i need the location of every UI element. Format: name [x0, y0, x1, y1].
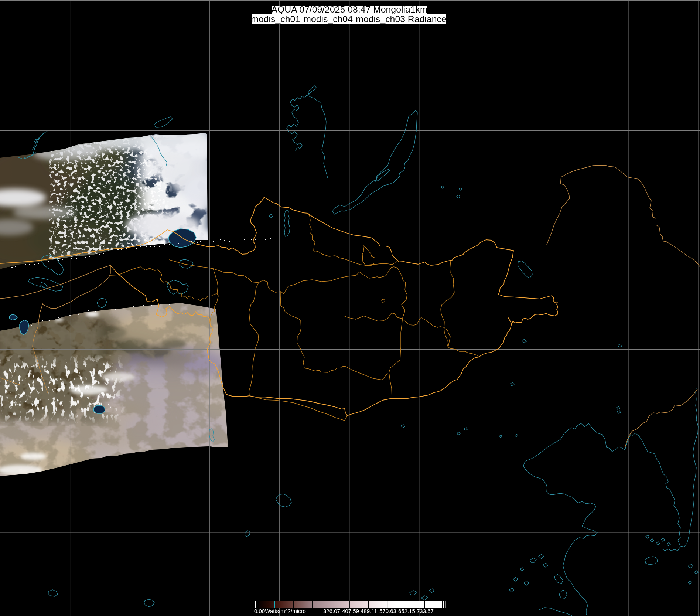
svg-text:407.59: 407.59	[342, 608, 359, 614]
svg-text:modis_ch01-modis_ch04-modis_ch: modis_ch01-modis_ch04-modis_ch03 Radianc…	[251, 14, 446, 24]
svg-text:733.67: 733.67	[417, 608, 434, 614]
svg-text:326.07: 326.07	[323, 608, 340, 614]
svg-text:652.15: 652.15	[398, 608, 415, 614]
svg-text:570.63: 570.63	[379, 608, 396, 614]
svg-text:0.00Watts/m^2/micro: 0.00Watts/m^2/micro	[254, 608, 306, 614]
svg-text:489.11: 489.11	[361, 608, 377, 614]
svg-text:AQUA 07/09/2025 08:47 Mongolia: AQUA 07/09/2025 08:47 Mongolia1km	[271, 4, 427, 14]
